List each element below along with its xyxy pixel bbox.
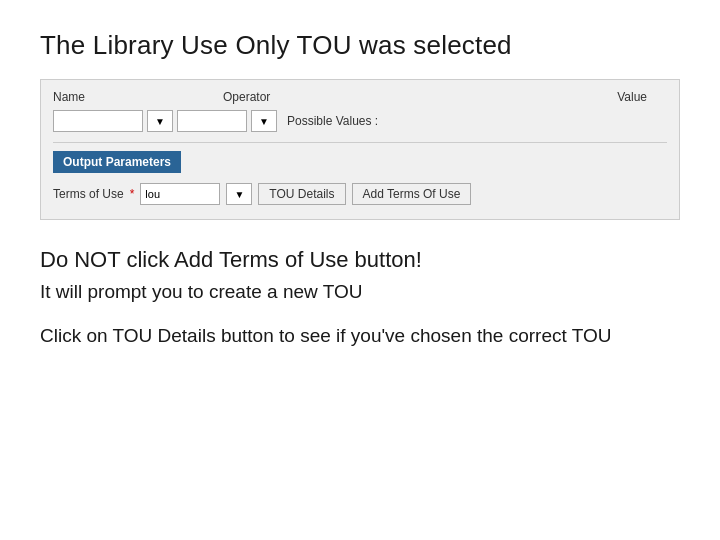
ui-panel: Name Operator Value ▼ ▼ Possible Values … (40, 79, 680, 220)
terms-input[interactable] (140, 183, 220, 205)
add-terms-button[interactable]: Add Terms Of Use (352, 183, 472, 205)
page: The Library Use Only TOU was selected Na… (0, 0, 720, 540)
possible-values-label: Possible Values : (287, 114, 378, 128)
col-header-operator: Operator (213, 90, 373, 104)
instruction-click: Click on TOU Details button to see if yo… (40, 323, 680, 350)
operator-dropdown[interactable]: ▼ (251, 110, 277, 132)
name-dropdown[interactable]: ▼ (147, 110, 173, 132)
divider (53, 142, 667, 143)
col-header-value: Value (617, 90, 667, 104)
filter-inputs-row: ▼ ▼ Possible Values : (53, 110, 667, 132)
name-input[interactable] (53, 110, 143, 132)
terms-row: Terms of Use * ▼ TOU Details Add Terms O… (53, 183, 667, 205)
operator-input[interactable] (177, 110, 247, 132)
terms-label: Terms of Use (53, 187, 124, 201)
required-star: * (130, 187, 135, 201)
terms-dropdown[interactable]: ▼ (226, 183, 252, 205)
instruction-block: Do NOT click Add Terms of Use button! It… (40, 246, 680, 350)
col-header-name: Name (53, 90, 213, 104)
page-title: The Library Use Only TOU was selected (40, 30, 680, 61)
instruction-main: Do NOT click Add Terms of Use button! (40, 246, 680, 275)
filter-headers: Name Operator Value (53, 90, 667, 104)
output-params-button[interactable]: Output Parameters (53, 151, 181, 173)
tou-details-button[interactable]: TOU Details (258, 183, 345, 205)
instruction-sub: It will prompt you to create a new TOU (40, 279, 680, 306)
